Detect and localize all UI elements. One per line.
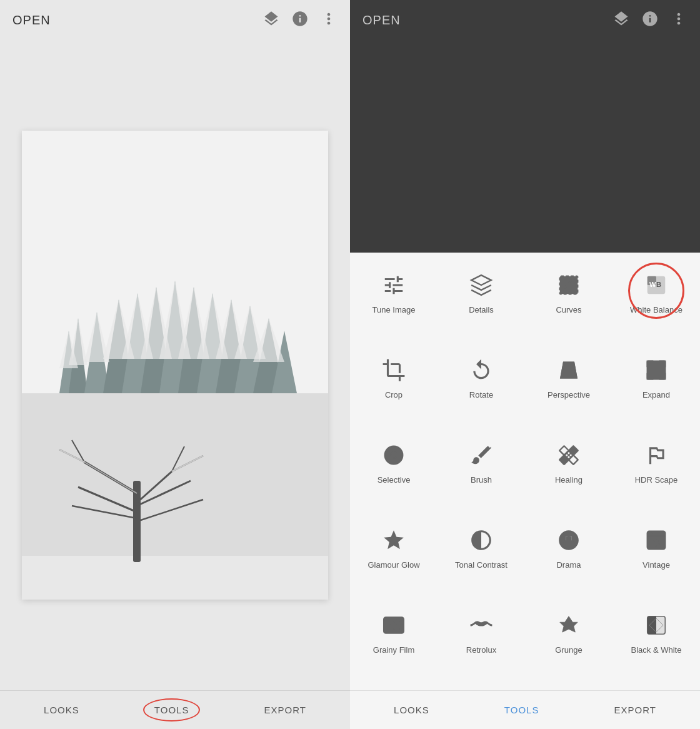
selective-icon (379, 440, 409, 470)
svg-point-57 (653, 540, 659, 546)
left-bottom-nav: LOOKS TOOLS EXPORT (0, 690, 350, 729)
svg-point-53 (391, 452, 397, 458)
right-bottom-nav: LOOKS TOOLS EXPORT (350, 690, 700, 729)
grunge-icon (554, 610, 584, 640)
crop-label: Crop (385, 390, 402, 401)
svg-rect-65 (399, 627, 402, 630)
rotate-icon (466, 355, 496, 385)
tool-details[interactable]: Details (438, 259, 525, 344)
tool-tune-image[interactable]: Tune Image (350, 259, 438, 344)
tool-hdr-scape[interactable]: HDR Scape (612, 429, 700, 514)
retrolux-icon (466, 610, 496, 640)
right-panel: OPEN (350, 0, 700, 729)
brush-icon (466, 440, 496, 470)
dark-area (350, 40, 700, 253)
curves-label: Curves (556, 305, 581, 316)
left-nav-looks[interactable]: LOOKS (39, 702, 84, 718)
tool-curves[interactable]: Curves (525, 259, 612, 344)
rotate-label: Rotate (469, 390, 493, 401)
brush-label: Brush (471, 475, 492, 486)
tool-black-white[interactable]: Black & White (612, 599, 700, 684)
healing-icon (554, 440, 584, 470)
glamour-glow-icon (379, 525, 409, 555)
left-header: OPEN (0, 0, 350, 40)
svg-rect-60 (387, 620, 390, 623)
tool-expand[interactable]: Expand (612, 344, 700, 429)
right-layers-icon[interactable] (612, 10, 630, 30)
hdr-scape-icon (641, 440, 671, 470)
grunge-label: Grunge (555, 645, 582, 656)
drama-label: Drama (556, 560, 581, 571)
tune-image-label: Tune Image (372, 305, 416, 316)
black-white-icon (641, 610, 671, 640)
tool-tonal-contrast[interactable]: Tonal Contrast (438, 514, 525, 599)
expand-icon (641, 355, 671, 385)
tools-grid: Tune Image Details Curves (350, 253, 700, 690)
details-icon (466, 270, 496, 300)
right-nav-looks[interactable]: LOOKS (389, 702, 434, 718)
white-balance-icon: W B (641, 270, 671, 300)
drama-icon (554, 525, 584, 555)
details-label: Details (469, 305, 494, 316)
info-icon[interactable] (291, 10, 309, 30)
tonal-contrast-label: Tonal Contrast (455, 560, 508, 571)
tool-selective[interactable]: Selective (350, 429, 438, 514)
tool-grunge[interactable]: Grunge (525, 599, 612, 684)
tool-vintage[interactable]: Vintage (612, 514, 700, 599)
retrolux-label: Retrolux (466, 645, 496, 656)
tool-crop[interactable]: Crop (350, 344, 438, 429)
perspective-label: Perspective (548, 390, 590, 401)
photo-container (22, 131, 328, 600)
healing-label: Healing (555, 475, 582, 486)
tonal-contrast-icon (466, 525, 496, 555)
perspective-icon (554, 355, 584, 385)
hdr-scape-label: HDR Scape (635, 475, 678, 486)
svg-rect-63 (392, 627, 396, 630)
tool-grainy-film[interactable]: Grainy Film (350, 599, 438, 684)
right-open-label[interactable]: OPEN (362, 13, 401, 28)
left-open-label[interactable]: OPEN (12, 13, 51, 28)
more-icon[interactable] (320, 10, 338, 30)
svg-rect-3 (22, 393, 328, 556)
tool-drama[interactable]: Drama (525, 514, 612, 599)
grainy-film-label: Grainy Film (373, 645, 414, 656)
left-nav-tools[interactable]: TOOLS (149, 702, 194, 718)
tool-glamour-glow[interactable]: Glamour Glow (350, 514, 438, 599)
svg-rect-64 (399, 620, 402, 623)
svg-rect-61 (392, 620, 396, 623)
right-info-icon[interactable] (641, 10, 659, 30)
left-header-icons (262, 10, 338, 30)
svg-rect-2 (22, 556, 328, 600)
tool-brush[interactable]: Brush (438, 429, 525, 514)
right-nav-export[interactable]: EXPORT (609, 702, 661, 718)
grainy-film-icon (379, 610, 409, 640)
left-nav-export[interactable]: EXPORT (259, 702, 311, 718)
tool-perspective[interactable]: Perspective (525, 344, 612, 429)
svg-text:W: W (649, 281, 656, 288)
crop-icon (379, 355, 409, 385)
glamour-glow-label: Glamour Glow (368, 560, 419, 571)
layers-icon[interactable] (262, 10, 280, 30)
svg-text:B: B (656, 281, 661, 288)
snow-photo (22, 131, 328, 600)
black-white-label: Black & White (631, 645, 682, 656)
tool-healing[interactable]: Healing (525, 429, 612, 514)
tool-white-balance[interactable]: W B White Balance (612, 259, 700, 344)
tool-retrolux[interactable]: Retrolux (438, 599, 525, 684)
right-header: OPEN (350, 0, 700, 40)
tune-image-icon (379, 270, 409, 300)
left-panel: OPEN (0, 0, 350, 729)
left-image-area (0, 40, 350, 690)
right-header-icons (612, 10, 688, 30)
svg-rect-62 (387, 627, 390, 630)
vintage-label: Vintage (642, 560, 670, 571)
white-balance-label: White Balance (630, 305, 682, 316)
right-more-icon[interactable] (670, 10, 688, 30)
tool-rotate[interactable]: Rotate (438, 344, 525, 429)
right-nav-tools[interactable]: TOOLS (499, 702, 544, 718)
expand-label: Expand (642, 390, 670, 401)
curves-icon (554, 270, 584, 300)
selective-label: Selective (378, 475, 411, 486)
vintage-icon (641, 525, 671, 555)
